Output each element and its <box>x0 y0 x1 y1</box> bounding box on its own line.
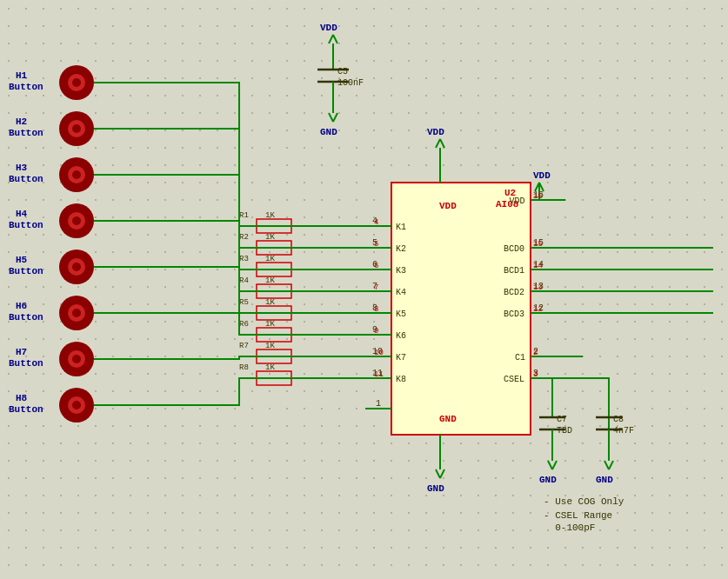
schematic-canvas <box>0 0 728 579</box>
schematic-diagram <box>0 0 728 579</box>
